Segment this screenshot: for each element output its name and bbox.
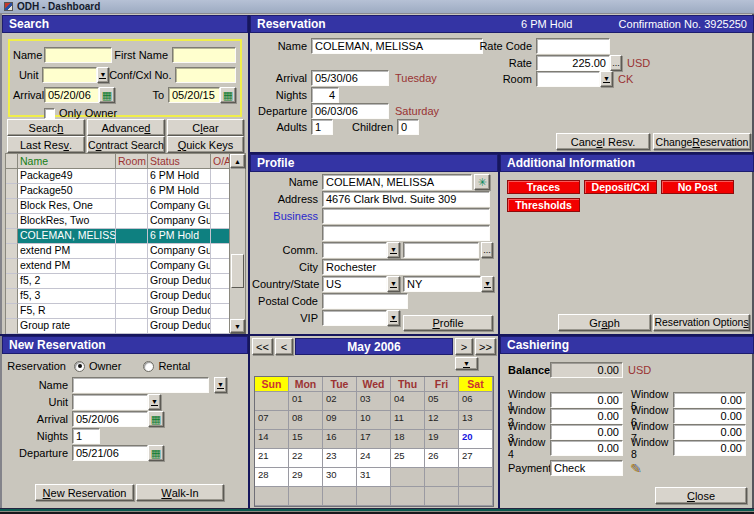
cashier-window-value[interactable]: 0.00 [550, 440, 623, 456]
scrollbar-thumb[interactable] [231, 254, 244, 288]
table-row[interactable]: Block Res, One Company Guara [6, 199, 230, 214]
calendar-day-cell[interactable]: 25 [391, 449, 425, 468]
row-selector-cell[interactable] [6, 229, 18, 244]
row-selector-cell[interactable] [6, 259, 18, 274]
calendar-day-cell[interactable] [323, 487, 357, 506]
rate-code-input[interactable] [536, 38, 610, 54]
payment-input[interactable]: Check [550, 460, 623, 476]
comm-more-button[interactable]: ... [481, 242, 493, 258]
calendar-day-cell[interactable] [425, 468, 459, 487]
vip-dropdown-button[interactable]: ▼ [387, 310, 400, 326]
row-selector-cell[interactable] [6, 184, 18, 199]
room-input[interactable] [536, 71, 600, 87]
nights-input[interactable]: 4 [311, 87, 339, 103]
calendar-day-cell[interactable] [459, 468, 493, 487]
newres-name-input[interactable] [72, 377, 209, 393]
row-selector-cell[interactable] [6, 289, 18, 304]
table-row[interactable]: BlockRes, Two Company Guara [6, 214, 230, 229]
walk-in-button[interactable]: Walk-In [136, 484, 224, 501]
alert-lamp-button[interactable]: Traces [507, 180, 580, 194]
cashier-window-value[interactable]: 0.00 [673, 392, 746, 408]
calendar-day-cell[interactable]: 05 [425, 392, 459, 411]
city-input[interactable]: Rochester [322, 259, 480, 275]
scroll-up-button[interactable]: ▲ [230, 154, 245, 168]
calendar-day-cell[interactable]: 11 [391, 411, 425, 430]
calendar-day-cell[interactable]: 20 [459, 430, 493, 449]
row-selector-cell[interactable] [6, 199, 18, 214]
calendar-day-cell[interactable]: 10 [357, 411, 391, 430]
reservation-options-button[interactable]: Reservation Options [653, 314, 750, 331]
search-unit-input[interactable] [42, 67, 96, 83]
calendar-day-cell[interactable]: 19 [425, 430, 459, 449]
calendar-day-cell[interactable]: 03 [357, 392, 391, 411]
advanced-button[interactable]: Advanced [87, 119, 165, 136]
profile-lookup-button[interactable]: ✳ [474, 174, 490, 190]
search-name-input[interactable] [44, 47, 112, 63]
calendar-day-cell[interactable] [425, 487, 459, 506]
owner-radio[interactable] [74, 361, 85, 372]
calendar-day-cell[interactable]: 27 [459, 449, 493, 468]
calendar-day-cell[interactable]: 17 [357, 430, 391, 449]
alert-lamp-button[interactable]: Deposit/Cxl [584, 180, 657, 194]
state-input[interactable]: NY [403, 276, 481, 292]
calendar-day-cell[interactable]: 28 [255, 468, 289, 487]
calendar-day-cell[interactable]: 14 [255, 430, 289, 449]
table-row[interactable]: F5, R Group Deduct [6, 304, 230, 319]
row-selector-cell[interactable] [6, 274, 18, 289]
new-reservation-button[interactable]: New Reservation [35, 484, 134, 501]
header-oa[interactable]: O/A [211, 154, 230, 169]
res-arrival-input[interactable]: 05/30/06 [311, 70, 389, 86]
calendar-next-month-button[interactable]: > [455, 338, 473, 355]
address-input[interactable]: 4676 Clark Blvd. Suite 309 [322, 191, 490, 207]
comm-type-dropdown-button[interactable]: ▼ [387, 242, 400, 258]
table-scrollbar[interactable]: ▲ ▼ [229, 154, 245, 333]
search-conf-input[interactable] [175, 67, 236, 83]
room-dropdown-button[interactable]: ▼ [600, 71, 613, 87]
search-to-calendar-button[interactable]: ▦ [220, 87, 236, 103]
alert-lamp-button[interactable]: Thresholds [507, 198, 580, 212]
newres-departure-calendar-button[interactable]: ▦ [148, 445, 164, 461]
clear-button[interactable]: Clear [167, 119, 244, 136]
search-arrival-input[interactable]: 05/20/06 [44, 87, 99, 103]
res-name-input[interactable]: COLEMAN, MELISSA [311, 38, 483, 54]
cashier-window-value[interactable]: 0.00 [673, 424, 746, 440]
cashier-window-value[interactable]: 0.00 [550, 392, 623, 408]
cancel-resv-button[interactable]: Cancel Resv. [556, 133, 650, 150]
cashier-window-value[interactable]: 0.00 [673, 440, 746, 456]
header-name[interactable]: Name [18, 154, 116, 169]
calendar-day-cell[interactable]: 04 [391, 392, 425, 411]
row-selector-cell[interactable] [6, 214, 18, 229]
alert-lamp-button[interactable]: No Post [661, 180, 734, 194]
title-bar[interactable]: ODH - Dashboard [0, 0, 754, 14]
table-row[interactable]: f5, 3 Group Deduct [6, 289, 230, 304]
header-status[interactable]: Status [148, 154, 211, 169]
calendar-day-cell[interactable]: 22 [289, 449, 323, 468]
calendar-day-cell[interactable]: 18 [391, 430, 425, 449]
address2-input[interactable] [322, 225, 490, 241]
calendar-day-cell[interactable]: 26 [425, 449, 459, 468]
calendar-day-cell[interactable]: 21 [255, 449, 289, 468]
calendar-day-cell[interactable]: 08 [289, 411, 323, 430]
adults-input[interactable]: 1 [311, 119, 333, 135]
table-row[interactable]: Group rate Group Deduct [6, 319, 230, 334]
comm-type-input[interactable] [322, 242, 387, 258]
only-owner-checkbox[interactable] [44, 108, 55, 119]
quick-keys-button[interactable]: Quick Keys [167, 136, 244, 153]
country-input[interactable]: US [322, 276, 387, 292]
table-row[interactable]: extend PM Company Guara [6, 259, 230, 274]
profile-name-input[interactable]: COLEMAN, MELISSA [322, 174, 472, 190]
calendar-next-year-button[interactable]: >> [475, 338, 496, 355]
row-selector-cell[interactable] [6, 169, 18, 184]
table-row[interactable]: Package49 6 PM Hold [6, 169, 230, 184]
profile-button[interactable]: Profile [403, 315, 493, 331]
calendar-day-cell[interactable] [391, 487, 425, 506]
rental-radio[interactable] [143, 361, 154, 372]
change-reservation-button[interactable]: Change Reservation [653, 133, 751, 150]
calendar-day-cell[interactable]: 29 [289, 468, 323, 487]
newres-arrival-calendar-button[interactable]: ▦ [148, 411, 164, 427]
table-row[interactable]: Package50 6 PM Hold [6, 184, 230, 199]
vip-input[interactable] [322, 310, 387, 326]
calendar-day-cell[interactable]: 01 [289, 392, 323, 411]
calendar-view-dropdown-button[interactable]: ▼ [455, 357, 478, 370]
calendar-day-cell[interactable]: 13 [459, 411, 493, 430]
